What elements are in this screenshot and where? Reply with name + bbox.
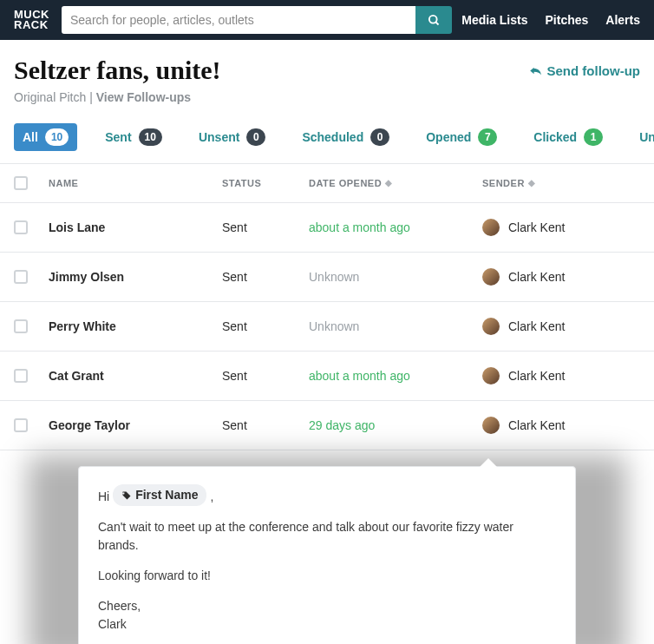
search-input[interactable] [62,6,415,34]
sign-line-1: Cheers, [98,597,556,615]
subtitle-prefix: Original Pitch | [14,90,96,104]
avatar [482,268,500,286]
date-opened: Unknown [309,270,482,284]
filter-all[interactable]: All 10 [14,123,77,151]
avatar [482,417,500,434]
col-date-opened-label: DATE OPENED [309,178,382,188]
page-title: Seltzer fans, unite! [14,56,221,85]
recipient-name[interactable]: Jimmy Olsen [49,270,222,284]
recipient-status: Sent [222,369,309,383]
filter-scheduled[interactable]: Scheduled 0 [293,123,398,151]
row-checkbox[interactable] [14,369,28,383]
search-icon [428,14,441,27]
col-name[interactable]: NAME [49,176,222,190]
logo[interactable]: MUCK RACK [14,10,49,30]
filter-opened-count: 7 [478,128,497,146]
title-row: Seltzer fans, unite! Send follow-up [14,56,640,85]
sender-cell[interactable]: Clark Kent [482,417,638,434]
merge-tag-first-name[interactable]: First Name [113,484,206,506]
merge-tag-label: First Name [135,486,198,504]
recipient-name[interactable]: Perry White [49,319,222,333]
reply-icon [529,65,542,76]
filter-all-count: 10 [45,128,69,146]
nav-links: Media Lists Pitches Alerts [461,13,640,27]
logo-line2: RACK [14,20,49,30]
col-status[interactable]: STATUS [222,176,309,190]
sender-name: Clark Kent [508,220,565,234]
filter-sent-count: 10 [139,128,162,146]
sender-name: Clark Kent [508,369,565,383]
recipient-name[interactable]: George Taylor [49,418,222,432]
col-sender[interactable]: SENDER ◆ [482,176,638,190]
row-checkbox[interactable] [14,270,28,284]
filter-clicked-count: 1 [584,128,603,146]
sender-name: Clark Kent [508,270,565,284]
table-row[interactable]: Jimmy OlsenSentUnknownClark Kent [0,253,654,302]
message-preview-popover: Hi First Name , Can't wait to meet up at… [78,466,576,644]
table-row[interactable]: Cat GrantSentabout a month agoClark Kent [0,352,654,401]
nav-media-lists[interactable]: Media Lists [461,13,527,27]
send-follow-up-button[interactable]: Send follow-up [529,63,640,78]
nav-pitches[interactable]: Pitches [546,13,589,27]
sign-line-2: Clark [98,615,556,634]
recipient-name[interactable]: Cat Grant [49,369,222,383]
popover-wrap: Hi First Name , Can't wait to meet up at… [0,466,654,644]
filter-all-label: All [23,130,38,144]
search-button[interactable] [415,6,452,34]
table-row[interactable]: Lois LaneSentabout a month agoClark Kent [0,203,654,253]
svg-point-0 [428,15,436,23]
recipient-status: Sent [222,270,309,284]
avatar [482,219,500,236]
filter-clicked-label: Clicked [533,130,577,144]
content: Seltzer fans, unite! Send follow-up Orig… [0,40,654,644]
filter-sent[interactable]: Sent 10 [96,123,171,151]
filter-opened-label: Opened [426,130,471,144]
filter-unsent[interactable]: Unsent 0 [190,123,274,151]
filter-scheduled-label: Scheduled [302,130,363,144]
avatar [482,367,500,384]
send-follow-up-label: Send follow-up [547,63,640,78]
row-checkbox[interactable] [14,418,28,432]
date-opened: about a month ago [309,369,482,383]
table-row[interactable]: George TaylorSent29 days agoClark Kent [0,401,654,450]
row-checkbox[interactable] [14,319,28,333]
filter-unopened-label: Unopened [639,130,654,144]
topbar: MUCK RACK Media Lists Pitches Alerts [0,0,654,40]
popover-signoff: Cheers, Clark [98,597,556,634]
tag-icon [121,490,132,501]
recipient-name[interactable]: Lois Lane [49,220,222,234]
greet-suffix: , [210,490,213,503]
sender-cell[interactable]: Clark Kent [482,318,638,335]
filter-bar: All 10 Sent 10 Unsent 0 Scheduled 0 Open… [14,123,640,163]
table-header: NAME STATUS DATE OPENED ◆ SENDER ◆ [0,164,654,203]
sender-name: Clark Kent [508,418,565,432]
filter-sent-label: Sent [105,130,131,144]
popover-body-2: Looking forward to it! [98,567,556,585]
select-all-checkbox[interactable] [14,176,28,190]
date-opened: Unknown [309,319,482,333]
recipient-status: Sent [222,220,309,234]
filter-unsent-label: Unsent [199,130,239,144]
col-sender-label: SENDER [482,178,525,188]
popover-body-1: Can't wait to meet up at the conference … [98,518,556,555]
view-follow-ups-link[interactable]: View Follow-ups [96,90,191,104]
sort-icon: ◆ [528,180,536,187]
filter-unsent-count: 0 [246,128,265,146]
recipient-status: Sent [222,319,309,333]
sender-name: Clark Kent [508,319,565,333]
col-date-opened[interactable]: DATE OPENED ◆ [309,176,482,190]
row-checkbox[interactable] [14,220,28,234]
filter-opened[interactable]: Opened 7 [417,123,506,151]
subtitle: Original Pitch | View Follow-ups [14,90,640,104]
sender-cell[interactable]: Clark Kent [482,268,638,286]
filter-unopened[interactable]: Unopened 3 [631,123,654,151]
nav-alerts[interactable]: Alerts [605,13,640,27]
sender-cell[interactable]: Clark Kent [482,219,638,236]
search-wrap [62,6,452,34]
popover-greeting: Hi First Name , [98,484,556,506]
filter-clicked[interactable]: Clicked 1 [525,123,611,151]
table-row[interactable]: Perry WhiteSentUnknownClark Kent [0,302,654,352]
avatar [482,318,500,335]
sender-cell[interactable]: Clark Kent [482,367,638,384]
sort-icon: ◆ [385,180,393,187]
